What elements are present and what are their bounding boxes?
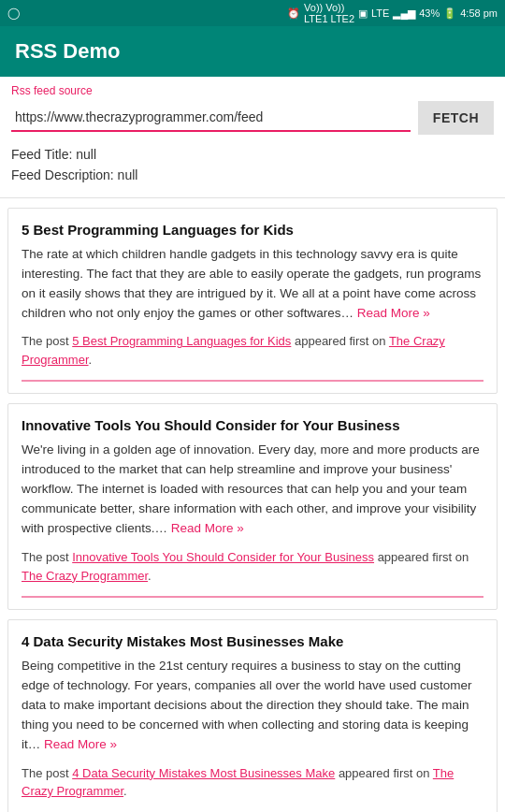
article-card: Innovative Tools You Should Consider for… [7, 403, 498, 610]
article-body: The rate at which children handle gadget… [22, 245, 483, 324]
feed-meta: Feed Title: null Feed Description: null [11, 140, 494, 194]
articles-list: 5 Best Programming Languages for Kids Th… [0, 208, 505, 812]
app-bar: RSS Demo [0, 26, 505, 77]
article-footer: The post 5 Best Programming Languages fo… [22, 332, 483, 369]
article-title: 5 Best Programming Languages for Kids [22, 222, 483, 238]
feed-source-section: Rss feed source FETCH Feed Title: null F… [0, 77, 505, 197]
site-link[interactable]: The Crazy Programmer [22, 569, 148, 583]
feed-url-input[interactable] [11, 104, 411, 132]
article-title: 4 Data Security Mistakes Most Businesses… [22, 633, 483, 649]
article-link[interactable]: 4 Data Security Mistakes Most Businesses… [72, 766, 335, 780]
article-footer: The post Innovative Tools You Should Con… [22, 548, 483, 585]
feed-url-row: FETCH [11, 101, 494, 135]
article-body: Being competitive in the 21st century re… [22, 657, 483, 755]
article-footer: The post 4 Data Security Mistakes Most B… [22, 764, 483, 801]
read-more-link[interactable]: Read More » [44, 737, 117, 751]
signal-bars: ▂▄▆ [393, 7, 415, 20]
time: 4:58 pm [460, 7, 498, 19]
battery-text: 43% [419, 7, 440, 19]
signal-text: Vo)) Vo))LTE1 LTE2 [304, 2, 354, 24]
status-right: ⏰ Vo)) Vo))LTE1 LTE2 ▣ LTE ▂▄▆ 43% 🔋 4:5… [287, 2, 498, 24]
status-left: ◯ [7, 7, 20, 20]
top-divider [0, 197, 505, 198]
status-bar: ◯ ⏰ Vo)) Vo))LTE1 LTE2 ▣ LTE ▂▄▆ 43% 🔋 4… [0, 0, 505, 26]
article-link[interactable]: Innovative Tools You Should Consider for… [72, 550, 374, 564]
article-card: 4 Data Security Mistakes Most Businesses… [7, 619, 498, 812]
read-more-link[interactable]: Read More » [357, 306, 430, 320]
app-title: RSS Demo [15, 39, 120, 63]
feed-description: Feed Description: null [11, 165, 494, 185]
battery-icon: 🔋 [443, 7, 456, 20]
alarm-icon: ⏰ [287, 7, 300, 20]
feed-title: Feed Title: null [11, 144, 494, 165]
main-content: Rss feed source FETCH Feed Title: null F… [0, 77, 505, 812]
article-card: 5 Best Programming Languages for Kids Th… [7, 208, 498, 395]
feed-source-label: Rss feed source [11, 84, 494, 97]
whatsapp-icon: ◯ [7, 7, 20, 20]
read-more-link[interactable]: Read More » [171, 521, 244, 535]
article-title: Innovative Tools You Should Consider for… [22, 417, 483, 433]
card-divider [22, 380, 483, 382]
lte-badge: LTE [371, 7, 389, 19]
card-divider [22, 596, 483, 598]
fetch-button[interactable]: FETCH [418, 101, 494, 135]
article-link[interactable]: 5 Best Programming Languages for Kids [72, 334, 291, 348]
sim-icon: ▣ [358, 7, 368, 20]
article-body: We're living in a golden age of innovati… [22, 441, 483, 539]
